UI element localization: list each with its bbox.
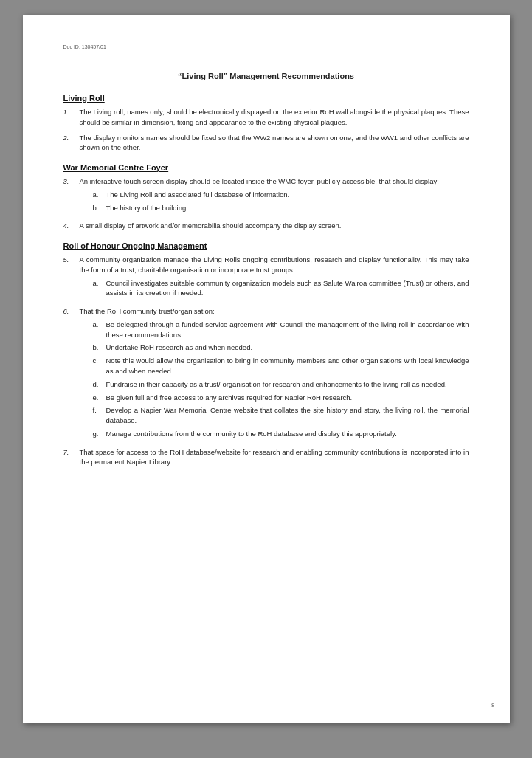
alpha-number: b. bbox=[93, 342, 106, 353]
sub-list: a. The Living Roll and associated full d… bbox=[93, 190, 469, 213]
item-number: 6. bbox=[63, 306, 80, 441]
item-number: 7. bbox=[63, 447, 80, 468]
sub-list-item: b. The history of the building. bbox=[93, 203, 469, 213]
list-item: 3. An interactive touch screen display s… bbox=[63, 176, 469, 216]
alpha-content: Develop a Napier War Memorial Centre web… bbox=[106, 405, 469, 426]
alpha-number: f. bbox=[93, 405, 106, 426]
alpha-number: c. bbox=[93, 356, 106, 376]
alpha-content: The history of the building. bbox=[106, 203, 469, 213]
sub-list-item: c. Note this would allow the organisatio… bbox=[93, 356, 469, 376]
alpha-number: e. bbox=[93, 393, 106, 403]
sub-list-item: g. Manage contributions from the communi… bbox=[93, 429, 469, 439]
item-content: That the RoH community trust/organisatio… bbox=[80, 306, 469, 441]
document-page: Doc ID: 130457/01 “Living Roll” Manageme… bbox=[23, 15, 510, 723]
alpha-number: g. bbox=[93, 429, 106, 439]
alpha-number: a. bbox=[93, 190, 106, 200]
alpha-content: Be delegated through a funded service ag… bbox=[106, 320, 469, 340]
sub-list-item: a. Council investigates suitable communi… bbox=[93, 278, 469, 299]
section-heading-war-memorial: War Memorial Centre Foyer bbox=[63, 163, 469, 172]
item-number: 4. bbox=[63, 221, 80, 231]
list-item: 5. A community organization manage the L… bbox=[63, 255, 469, 301]
alpha-number: a. bbox=[93, 320, 106, 340]
sub-list-item: d. Fundraise in their capacity as a trus… bbox=[93, 379, 469, 390]
sub-list: a. Be delegated through a funded service… bbox=[93, 320, 469, 439]
living-roll-list: 1. The Living roll, names only, should b… bbox=[63, 107, 469, 153]
item-number: 2. bbox=[63, 133, 80, 154]
alpha-content: Council investigates suitable community … bbox=[106, 278, 469, 299]
alpha-number: a. bbox=[93, 278, 106, 299]
list-item: 7. That space for access to the RoH data… bbox=[63, 447, 469, 468]
alpha-content: Note this would allow the organisation t… bbox=[106, 356, 469, 376]
page-number: 8 bbox=[491, 702, 494, 709]
sub-list-item: a. Be delegated through a funded service… bbox=[93, 320, 469, 340]
war-memorial-list: 3. An interactive touch screen display s… bbox=[63, 176, 469, 231]
sub-list-item: f. Develop a Napier War Memorial Centre … bbox=[93, 405, 469, 426]
ongoing-list: 5. A community organization manage the L… bbox=[63, 255, 469, 467]
section-heading-ongoing: Roll of Honour Ongoing Management bbox=[63, 241, 469, 250]
list-item: 6. That the RoH community trust/organisa… bbox=[63, 306, 469, 441]
item-content: The Living roll, names only, should be e… bbox=[80, 107, 469, 128]
sub-list-item: e. Be given full and free access to any … bbox=[93, 393, 469, 403]
item-content: A community organization manage the Livi… bbox=[80, 255, 469, 301]
sub-list-item: a. The Living Roll and associated full d… bbox=[93, 190, 469, 200]
sub-list: a. Council investigates suitable communi… bbox=[93, 278, 469, 299]
list-item: 1. The Living roll, names only, should b… bbox=[63, 107, 469, 128]
alpha-content: Fundraise in their capacity as a trust/ … bbox=[106, 379, 469, 390]
alpha-number: b. bbox=[93, 203, 106, 213]
item-content: A small display of artwork and/or memora… bbox=[80, 221, 469, 231]
section-heading-living-roll: Living Roll bbox=[63, 94, 469, 103]
item-content: The display monitors names should be fix… bbox=[80, 133, 469, 154]
sub-list-item: b. Undertake RoH research as and when ne… bbox=[93, 342, 469, 353]
alpha-content: The Living Roll and associated full data… bbox=[106, 190, 469, 200]
alpha-content: Manage contributions from the community … bbox=[106, 429, 469, 439]
page-title: “Living Roll” Management Recommendations bbox=[63, 72, 469, 80]
item-content: An interactive touch screen display shou… bbox=[80, 176, 469, 216]
item-number: 1. bbox=[63, 107, 80, 128]
item-content: That space for access to the RoH databas… bbox=[80, 447, 469, 468]
doc-id-label: Doc ID: 130457/01 bbox=[63, 44, 469, 49]
alpha-number: d. bbox=[93, 379, 106, 390]
list-item: 2. The display monitors names should be … bbox=[63, 133, 469, 154]
list-item: 4. A small display of artwork and/or mem… bbox=[63, 221, 469, 231]
alpha-content: Undertake RoH research as and when neede… bbox=[106, 342, 469, 353]
item-number: 5. bbox=[63, 255, 80, 301]
item-number: 3. bbox=[63, 176, 80, 216]
alpha-content: Be given full and free access to any arc… bbox=[106, 393, 469, 403]
